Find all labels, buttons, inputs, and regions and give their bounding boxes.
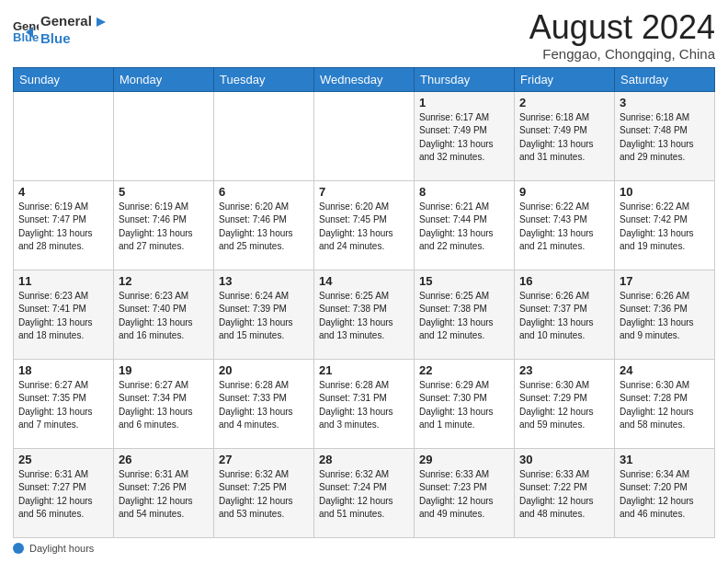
day-number: 4 [18, 185, 108, 199]
logo-icon: General Blue [13, 17, 39, 43]
day-info-text: Sunrise: 6:18 AM Sunset: 7:49 PM Dayligh… [519, 111, 609, 165]
day-number: 6 [219, 185, 309, 199]
day-number: 15 [419, 274, 509, 288]
svg-marker-3 [97, 17, 106, 27]
day-number: 16 [519, 274, 609, 288]
day-number: 22 [419, 363, 509, 377]
day-info-text: Sunrise: 6:21 AM Sunset: 7:44 PM Dayligh… [419, 201, 509, 254]
calendar-week-row: 1Sunrise: 6:17 AM Sunset: 7:49 PM Daylig… [14, 91, 715, 180]
calendar-day-cell: 22Sunrise: 6:29 AM Sunset: 7:30 PM Dayli… [415, 359, 515, 448]
calendar-day-cell: 15Sunrise: 6:25 AM Sunset: 7:38 PM Dayli… [415, 270, 515, 359]
calendar-day-cell [314, 91, 415, 180]
day-info-text: Sunrise: 6:32 AM Sunset: 7:25 PM Dayligh… [219, 468, 309, 522]
calendar-day-cell: 9Sunrise: 6:22 AM Sunset: 7:43 PM Daylig… [515, 180, 615, 270]
day-number: 28 [319, 453, 409, 466]
day-info-text: Sunrise: 6:34 AM Sunset: 7:20 PM Dayligh… [620, 468, 710, 522]
day-info-text: Sunrise: 6:29 AM Sunset: 7:30 PM Dayligh… [419, 379, 509, 432]
calendar-day-cell: 27Sunrise: 6:32 AM Sunset: 7:25 PM Dayli… [214, 448, 314, 537]
day-number: 25 [18, 453, 108, 466]
calendar-day-cell: 7Sunrise: 6:20 AM Sunset: 7:45 PM Daylig… [314, 180, 415, 270]
day-info-text: Sunrise: 6:22 AM Sunset: 7:42 PM Dayligh… [620, 201, 710, 254]
day-info-text: Sunrise: 6:28 AM Sunset: 7:33 PM Dayligh… [219, 379, 309, 432]
calendar-week-row: 18Sunrise: 6:27 AM Sunset: 7:35 PM Dayli… [14, 359, 715, 448]
calendar-day-cell: 19Sunrise: 6:27 AM Sunset: 7:34 PM Dayli… [114, 359, 214, 448]
day-info-text: Sunrise: 6:26 AM Sunset: 7:37 PM Dayligh… [519, 290, 609, 343]
svg-text:Blue: Blue [13, 30, 39, 43]
calendar-day-cell: 5Sunrise: 6:19 AM Sunset: 7:46 PM Daylig… [114, 180, 214, 270]
day-number: 10 [620, 185, 710, 199]
calendar-day-cell: 13Sunrise: 6:24 AM Sunset: 7:39 PM Dayli… [214, 270, 314, 359]
calendar-day-cell: 4Sunrise: 6:19 AM Sunset: 7:47 PM Daylig… [14, 180, 114, 270]
calendar-day-cell: 14Sunrise: 6:25 AM Sunset: 7:38 PM Dayli… [314, 270, 415, 359]
calendar-day-cell: 17Sunrise: 6:26 AM Sunset: 7:36 PM Dayli… [615, 270, 715, 359]
day-info-text: Sunrise: 6:20 AM Sunset: 7:46 PM Dayligh… [219, 201, 309, 254]
calendar-table: SundayMondayTuesdayWednesdayThursdayFrid… [13, 67, 715, 538]
day-info-text: Sunrise: 6:19 AM Sunset: 7:47 PM Dayligh… [18, 201, 108, 254]
calendar-day-cell: 24Sunrise: 6:30 AM Sunset: 7:28 PM Dayli… [615, 359, 715, 448]
logo-blue-text: Blue [40, 30, 110, 47]
day-number: 23 [519, 363, 609, 377]
day-info-text: Sunrise: 6:30 AM Sunset: 7:28 PM Dayligh… [620, 379, 710, 432]
day-info-text: Sunrise: 6:24 AM Sunset: 7:39 PM Dayligh… [219, 290, 309, 343]
day-number: 31 [620, 453, 710, 466]
calendar-week-row: 4Sunrise: 6:19 AM Sunset: 7:47 PM Daylig… [14, 180, 715, 270]
day-number: 1 [419, 96, 509, 109]
calendar-day-cell: 6Sunrise: 6:20 AM Sunset: 7:46 PM Daylig… [214, 180, 314, 270]
day-info-text: Sunrise: 6:31 AM Sunset: 7:27 PM Dayligh… [18, 468, 108, 522]
calendar-day-cell: 23Sunrise: 6:30 AM Sunset: 7:29 PM Dayli… [515, 359, 615, 448]
day-number: 27 [219, 453, 309, 466]
day-number: 9 [519, 185, 609, 199]
day-number: 26 [119, 453, 209, 466]
calendar-day-cell [214, 91, 314, 180]
calendar-day-header: Saturday [615, 67, 715, 91]
page-header: General Blue General Blue August 2024 Fe… [13, 9, 715, 62]
day-info-text: Sunrise: 6:18 AM Sunset: 7:48 PM Dayligh… [620, 111, 710, 165]
calendar-day-header: Tuesday [214, 67, 314, 91]
calendar-day-cell: 18Sunrise: 6:27 AM Sunset: 7:35 PM Dayli… [14, 359, 114, 448]
day-info-text: Sunrise: 6:25 AM Sunset: 7:38 PM Dayligh… [419, 290, 509, 343]
day-number: 3 [620, 96, 710, 109]
calendar-day-header: Friday [515, 67, 615, 91]
calendar-day-cell [114, 91, 214, 180]
day-number: 29 [419, 453, 509, 466]
day-info-text: Sunrise: 6:23 AM Sunset: 7:41 PM Dayligh… [18, 290, 108, 343]
day-info-text: Sunrise: 6:31 AM Sunset: 7:26 PM Dayligh… [119, 468, 209, 522]
day-number: 17 [620, 274, 710, 288]
day-number: 14 [319, 274, 409, 288]
calendar-day-header: Thursday [415, 67, 515, 91]
day-number: 11 [18, 274, 108, 288]
title-block: August 2024 Fenggao, Chongqing, China [529, 9, 715, 62]
day-number: 24 [620, 363, 710, 377]
day-info-text: Sunrise: 6:19 AM Sunset: 7:46 PM Dayligh… [119, 201, 209, 254]
calendar-day-cell: 1Sunrise: 6:17 AM Sunset: 7:49 PM Daylig… [415, 91, 515, 180]
calendar-day-cell: 10Sunrise: 6:22 AM Sunset: 7:42 PM Dayli… [615, 180, 715, 270]
calendar-day-cell: 28Sunrise: 6:32 AM Sunset: 7:24 PM Dayli… [314, 448, 415, 537]
day-number: 2 [519, 96, 609, 109]
calendar-week-row: 25Sunrise: 6:31 AM Sunset: 7:27 PM Dayli… [14, 448, 715, 537]
day-info-text: Sunrise: 6:22 AM Sunset: 7:43 PM Dayligh… [519, 201, 609, 254]
day-info-text: Sunrise: 6:32 AM Sunset: 7:24 PM Dayligh… [319, 468, 409, 522]
day-info-text: Sunrise: 6:33 AM Sunset: 7:23 PM Dayligh… [419, 468, 509, 522]
day-number: 21 [319, 363, 409, 377]
day-number: 18 [18, 363, 108, 377]
calendar-day-cell: 21Sunrise: 6:28 AM Sunset: 7:31 PM Dayli… [314, 359, 415, 448]
calendar-day-cell: 8Sunrise: 6:21 AM Sunset: 7:44 PM Daylig… [415, 180, 515, 270]
day-number: 8 [419, 185, 509, 199]
calendar-footer: Daylight hours [13, 538, 715, 554]
page-container: General Blue General Blue August 2024 Fe… [0, 0, 728, 563]
calendar-header-row: SundayMondayTuesdayWednesdayThursdayFrid… [14, 67, 715, 91]
day-info-text: Sunrise: 6:26 AM Sunset: 7:36 PM Dayligh… [620, 290, 710, 343]
calendar-day-cell: 26Sunrise: 6:31 AM Sunset: 7:26 PM Dayli… [114, 448, 214, 537]
day-number: 30 [519, 453, 609, 466]
day-number: 13 [219, 274, 309, 288]
day-info-text: Sunrise: 6:17 AM Sunset: 7:49 PM Dayligh… [419, 111, 509, 165]
day-info-text: Sunrise: 6:28 AM Sunset: 7:31 PM Dayligh… [319, 379, 409, 432]
day-info-text: Sunrise: 6:27 AM Sunset: 7:34 PM Dayligh… [119, 379, 209, 432]
day-info-text: Sunrise: 6:20 AM Sunset: 7:45 PM Dayligh… [319, 201, 409, 254]
day-number: 5 [119, 185, 209, 199]
day-info-text: Sunrise: 6:33 AM Sunset: 7:22 PM Dayligh… [519, 468, 609, 522]
calendar-day-cell [14, 91, 114, 180]
day-number: 20 [219, 363, 309, 377]
location-subtitle: Fenggao, Chongqing, China [529, 46, 715, 62]
footer-dot-icon [13, 543, 24, 554]
